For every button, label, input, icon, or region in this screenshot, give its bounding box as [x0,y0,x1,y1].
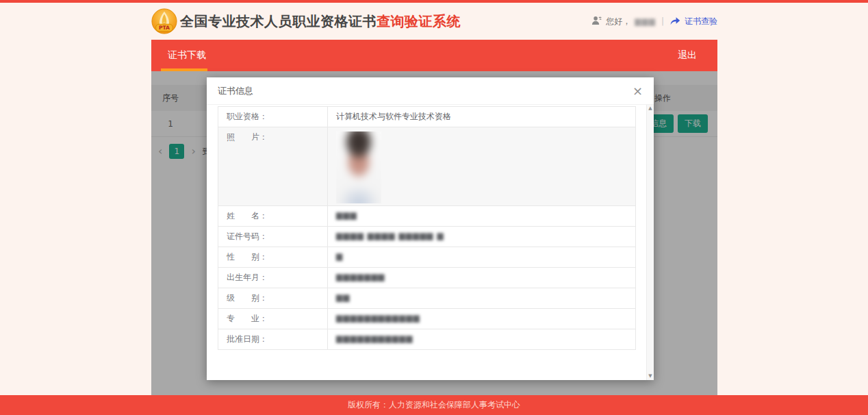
tab-certificate-download-label: 证书下载 [168,49,206,62]
detail-row-major: 专业： ▆▆▆▆▆▆▆▆▆▆▆▆ [218,309,635,329]
detail-row-gender: 性别： ▆ [218,247,635,268]
field-value-masked: ▆▆▆▆ ▆▆▆▆ ▆▆▆▆▆ ▆ [328,227,635,247]
tab-certificate-download[interactable]: 证书下载 [151,40,222,71]
nav-bar: 证书下载 退出 [151,40,717,71]
user-icon [591,16,602,27]
copyright-text: 版权所有：人力资源和社会保障部人事考试中心 [348,399,520,411]
field-label: 姓名 [227,210,259,222]
brand: PTA 全国专业技术人员职业资格证书查询验证系统 [151,8,461,34]
page-footer: 版权所有：人力资源和社会保障部人事考试中心 [0,395,868,415]
svg-text:PTA: PTA [159,25,170,31]
modal-scrollbar[interactable]: ▲ ▼ [646,105,654,380]
detail-row-id-number: 证件号码： ▆▆▆▆ ▆▆▆▆ ▆▆▆▆▆ ▆ [218,227,635,247]
field-value: 计算机技术与软件专业技术资格 [328,107,635,127]
user-box: 您好，▆▆▆ | 证书查验 [591,16,717,27]
scroll-down-icon[interactable]: ▼ [648,374,652,379]
field-value-masked: ▆▆▆▆▆▆▆▆▆▆▆ [328,329,635,349]
verify-link[interactable]: 证书查验 [685,16,717,27]
field-value-masked: ▆ [328,247,635,267]
portrait-photo [336,131,381,203]
certificate-detail-table: 职业资格： 计算机技术与软件专业技术资格 照片： 姓名： ▆▆▆ 证件号码： ▆… [218,106,636,350]
field-label: 证件号码 [227,231,259,242]
field-value-masked: ▆▆▆ [328,206,635,226]
field-value-masked: ▆▆▆▆▆▆▆▆▆▆▆▆ [328,309,635,329]
field-label: 出生年月 [227,272,259,284]
field-label: 性别 [227,251,259,263]
detail-row-level: 级别： ▆▆ [218,288,635,309]
detail-row-photo: 照片： [218,127,635,206]
close-icon[interactable]: × [633,85,643,97]
detail-row-birth: 出生年月： ▆▆▆▆▆▆▆ [218,268,635,288]
site-header: PTA 全国专业技术人员职业资格证书查询验证系统 您好，▆▆▆ | 证书查验 [151,3,717,40]
modal-body: 职业资格： 计算机技术与软件专业技术资格 照片： 姓名： ▆▆▆ 证件号码： ▆… [207,105,654,350]
pta-logo-icon: PTA [151,8,177,34]
logout-button[interactable]: 退出 [657,49,717,62]
field-value-masked: ▆▆ [328,288,635,308]
detail-row-approval-date: 批准日期： ▆▆▆▆▆▆▆▆▆▆▆ [218,329,635,349]
share-icon [669,16,680,27]
header-divider: | [660,16,665,26]
field-label: 专业 [227,313,259,325]
page-title-main: 全国专业技术人员职业资格证书 [180,13,376,29]
page-title-accent: 查询验证系统 [376,13,461,29]
page-title: 全国专业技术人员职业资格证书查询验证系统 [180,12,461,31]
field-label: 照片 [227,131,259,143]
field-value-masked: ▆▆▆▆▆▆▆ [328,268,635,288]
field-label: 级别 [227,292,259,304]
scroll-up-icon[interactable]: ▲ [648,106,652,111]
modal-title: 证书信息 [218,85,253,97]
greeting-text: 您好， [606,16,630,27]
certificate-info-modal: 证书信息 × 职业资格： 计算机技术与软件专业技术资格 照片： 姓名： ▆▆▆ … [207,77,654,380]
username-masked: ▆▆▆ [635,16,656,26]
field-label: 批准日期 [227,334,259,345]
detail-row-qualification: 职业资格： 计算机技术与软件专业技术资格 [218,107,635,127]
modal-header: 证书信息 × [207,77,654,105]
field-label: 职业资格 [227,111,259,123]
detail-row-name: 姓名： ▆▆▆ [218,206,635,227]
